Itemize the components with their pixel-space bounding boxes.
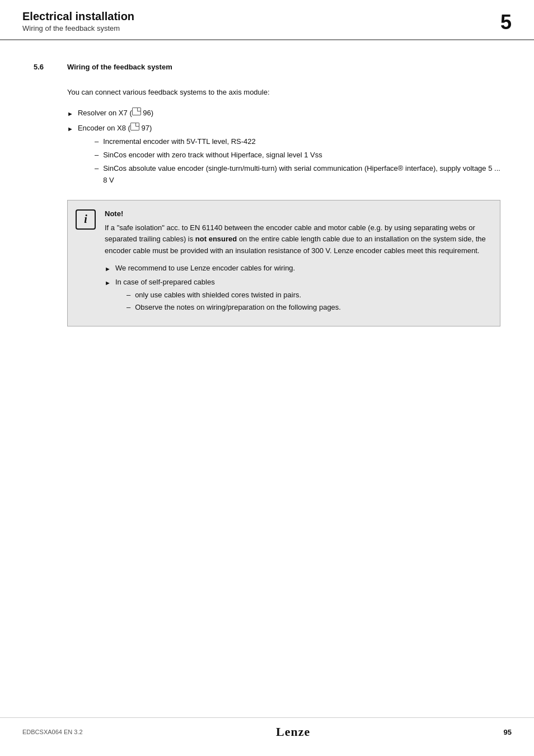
list-item: ► We recommend to use Lenze encoder cabl… bbox=[105, 263, 489, 274]
info-icon: i bbox=[76, 209, 96, 230]
note-bold-text: not ensured bbox=[195, 235, 237, 243]
bullet-arrow-icon: ► bbox=[67, 109, 73, 119]
list-item: – SinCos encoder with zero track without… bbox=[95, 150, 500, 161]
note-bullet-text: We recommend to use Lenze encoder cables… bbox=[115, 263, 295, 274]
list-item: ► In case of self-prepared cables – only… bbox=[105, 277, 489, 315]
note-icon-area: i bbox=[76, 209, 96, 318]
page-header: Electrical installation Wiring of the fe… bbox=[0, 0, 534, 40]
list-item: – Incremental encoder with 5V-TTL level,… bbox=[95, 136, 500, 148]
sub-item-text: SinCos encoder with zero track without H… bbox=[103, 150, 322, 161]
note-sub-text: only use cables with shielded cores twis… bbox=[135, 290, 301, 301]
dash-icon: – bbox=[127, 290, 130, 301]
note-bullet-list: ► We recommend to use Lenze encoder cabl… bbox=[105, 263, 489, 315]
list-item: – Observe the notes on wiring/preparatio… bbox=[127, 302, 341, 314]
dash-icon: – bbox=[127, 302, 130, 314]
main-bullet-list: ► Resolver on X7 ( 96) ► Encoder on X8 (… bbox=[67, 108, 500, 189]
document-page: Electrical installation Wiring of the fe… bbox=[0, 0, 534, 756]
lenze-logo: Lenze bbox=[276, 725, 310, 739]
footer-doc-id: EDBCSXA064 EN 3.2 bbox=[22, 729, 83, 735]
note-content: Note! If a "safe isolation" acc. to EN 6… bbox=[105, 209, 489, 318]
intro-text: You can connect various feedback systems… bbox=[67, 87, 500, 99]
header-title: Electrical installation bbox=[22, 10, 134, 23]
page-number: 95 bbox=[504, 728, 512, 736]
bullet-arrow-icon: ► bbox=[105, 278, 111, 288]
page-ref-icon bbox=[132, 108, 141, 115]
self-prepared-block: In case of self-prepared cables – only u… bbox=[115, 277, 341, 315]
list-item: ► Encoder on X8 ( 97) – Incremental enco… bbox=[67, 123, 500, 189]
dash-icon: – bbox=[95, 136, 99, 148]
note-title: Note! bbox=[105, 209, 489, 218]
page-footer: EDBCSXA064 EN 3.2 Lenze 95 bbox=[0, 717, 534, 739]
encoder-sub-list: – Incremental encoder with 5V-TTL level,… bbox=[95, 136, 500, 186]
page-ref-icon bbox=[130, 123, 139, 130]
header-title-area: Electrical installation Wiring of the fe… bbox=[22, 10, 134, 32]
dash-icon: – bbox=[95, 150, 99, 161]
sub-item-text: SinCos absolute value encoder (single-tu… bbox=[103, 163, 500, 186]
main-content: 5.6 Wiring of the feedback system You ca… bbox=[0, 40, 534, 349]
resolver-text: Resolver on X7 ( 96) bbox=[78, 108, 153, 119]
sub-item-text: Incremental encoder with 5V-TTL level, R… bbox=[103, 136, 256, 148]
note-dash-list: – only use cables with shielded cores tw… bbox=[127, 290, 341, 314]
note-main-text: If a "safe isolation" acc. to EN 61140 b… bbox=[105, 222, 489, 257]
list-item: – SinCos absolute value encoder (single-… bbox=[95, 163, 500, 186]
lenze-logo-text: Lenze bbox=[276, 725, 310, 739]
bullet-arrow-icon: ► bbox=[105, 264, 111, 274]
note-sub-text: Observe the notes on wiring/preparation … bbox=[135, 302, 341, 314]
bullet-arrow-icon: ► bbox=[67, 124, 73, 134]
list-item: ► Resolver on X7 ( 96) bbox=[67, 108, 500, 119]
dash-icon: – bbox=[95, 163, 99, 175]
section-heading: 5.6 Wiring of the feedback system bbox=[34, 63, 500, 71]
section-title: Wiring of the feedback system bbox=[67, 63, 172, 71]
encoder-block: Encoder on X8 ( 97) – Incremental encode… bbox=[78, 123, 500, 189]
chapter-number: 5 bbox=[500, 12, 512, 32]
header-subtitle: Wiring of the feedback system bbox=[22, 24, 134, 32]
list-item: – only use cables with shielded cores tw… bbox=[127, 290, 341, 301]
note-box: i Note! If a "safe isolation" acc. to EN… bbox=[67, 200, 500, 327]
section-number: 5.6 bbox=[34, 63, 56, 71]
encoder-text: Encoder on X8 ( 97) bbox=[78, 124, 152, 132]
note-bullet-text: In case of self-prepared cables bbox=[115, 278, 215, 286]
